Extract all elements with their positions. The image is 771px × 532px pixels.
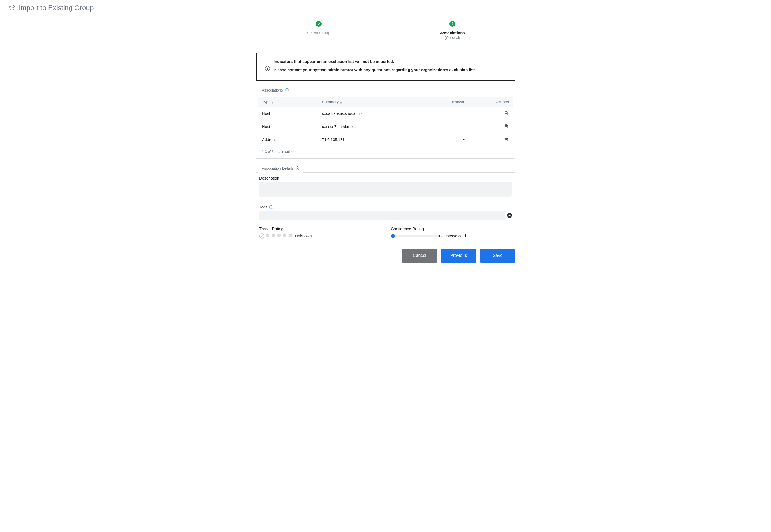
skull-icon [276,233,281,239]
action-buttons: Cancel Previous Save [256,249,515,273]
confidence-slider[interactable] [391,234,439,238]
tab-association-details[interactable]: Association Details i [258,164,303,173]
add-tag-button[interactable]: + [507,213,512,218]
tab-associations[interactable]: Associations i [258,86,293,94]
cell-type: Address [258,133,318,146]
step-associations[interactable]: 2 Associations (Optional) [418,21,487,40]
info-icon[interactable]: i [269,205,273,209]
stepper: Select Group 2 Associations (Optional) [256,21,515,40]
threat-rating-control[interactable]: Unknown [259,233,380,239]
description-label: Description [259,176,512,180]
trash-icon [504,112,508,116]
threat-rating: Threat Rating Unknown [259,226,380,239]
app-logo-icon [7,4,16,12]
col-actions: Actions [481,97,513,107]
notice-line-1: Indicators that appear on an exclusion l… [273,59,476,65]
info-icon[interactable]: i [285,88,289,92]
threat-rating-value: Unknown [295,234,312,238]
none-icon [259,233,264,239]
association-details-section: Association Details i Description Tags i… [256,164,515,244]
step-check-icon [315,21,321,27]
info-icon: i [265,66,270,71]
cell-actions [481,107,513,120]
previous-button[interactable]: Previous [441,249,476,263]
confidence-value: 0- Unassessed [439,234,466,238]
step-select-group[interactable]: Select Group [284,21,353,35]
threat-rating-label: Threat Rating [259,226,380,231]
skull-icon [271,233,276,239]
tab-label: Association Details [262,166,293,170]
cell-summary: soda.census.shodan.io [318,107,449,120]
col-type[interactable]: Type↑↓ [258,97,318,107]
description-input[interactable] [259,182,512,197]
step-2-circle: 2 [450,21,456,27]
stepper-connector [353,24,418,24]
table-row[interactable]: Hostcensus7.shodan.io [258,120,513,133]
sort-icon: ↑↓ [271,101,273,104]
delete-button[interactable] [503,123,509,130]
skull-icon [282,233,287,239]
col-known[interactable]: Known↑↓ [449,97,481,107]
page-title: Import to Existing Group [19,4,94,12]
cell-actions [481,133,513,146]
table-footer: 1-3 of 3 total results [256,149,515,158]
cell-known [449,120,481,133]
cell-known [449,107,481,120]
confidence-rating: Confidence Rating 0- Unassessed [391,226,512,239]
trash-icon [504,125,508,129]
associations-table: Type↑↓ Summary↑↓ Known↑↓ Actions Hostsod… [258,97,513,146]
save-button[interactable]: Save [480,249,515,263]
tab-label: Associations [262,88,283,92]
sort-icon: ↑↓ [465,101,467,104]
check-icon [463,138,467,142]
step-2-sublabel: (Optional) [445,36,460,40]
step-1-label: Select Group [307,31,330,35]
trash-icon [504,138,508,142]
notice-line-2: Please contact your system administrator… [273,67,476,73]
tags-label: Tags i [259,205,512,209]
cell-summary: census7.shodan.io [318,120,449,133]
step-2-label: Associations [440,31,465,35]
exclusion-notice: i Indicators that appear on an exclusion… [256,53,515,81]
cancel-button[interactable]: Cancel [402,249,437,263]
cell-summary: 71.6.135.131 [318,133,449,146]
table-row[interactable]: Address71.6.135.131 [258,133,513,146]
col-summary[interactable]: Summary↑↓ [318,97,449,107]
skull-icon [265,233,270,239]
table-row[interactable]: Hostsoda.census.shodan.io [258,107,513,120]
associations-section: Associations i Type↑↓ Summary↑↓ Known↑↓ … [256,85,515,159]
info-icon[interactable]: i [295,166,299,170]
tags-input[interactable] [259,211,505,220]
skull-icon [288,233,292,239]
cell-actions [481,120,513,133]
cell-type: Host [258,107,318,120]
page-header: Import to Existing Group [0,0,771,16]
sort-icon: ↑↓ [340,101,341,104]
confidence-rating-label: Confidence Rating [391,226,512,231]
cell-known [449,133,481,146]
delete-button[interactable] [503,110,509,117]
cell-type: Host [258,120,318,133]
delete-button[interactable] [503,136,509,143]
